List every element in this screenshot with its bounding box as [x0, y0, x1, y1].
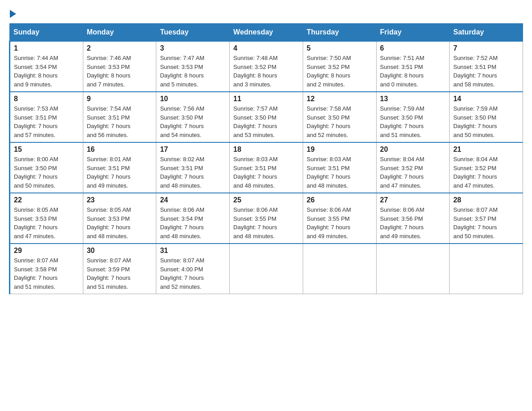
- day-info: Sunrise: 8:05 AMSunset: 3:53 PMDaylight:…: [87, 206, 131, 240]
- day-info: Sunrise: 8:06 AMSunset: 3:54 PMDaylight:…: [160, 206, 204, 240]
- calendar-cell: 5 Sunrise: 7:50 AMSunset: 3:52 PMDayligh…: [303, 41, 376, 92]
- calendar-cell: 10 Sunrise: 7:56 AMSunset: 3:50 PMDaylig…: [156, 92, 230, 142]
- day-number: 23: [87, 196, 153, 204]
- day-number: 29: [14, 247, 79, 255]
- day-info: Sunrise: 8:07 AMSunset: 3:57 PMDaylight:…: [453, 206, 498, 240]
- day-info: Sunrise: 7:58 AMSunset: 3:50 PMDaylight:…: [307, 105, 351, 138]
- day-info: Sunrise: 7:44 AMSunset: 3:54 PMDaylight:…: [14, 55, 58, 88]
- calendar-cell: 6 Sunrise: 7:51 AMSunset: 3:51 PMDayligh…: [376, 41, 450, 92]
- day-number: 2: [87, 44, 153, 52]
- calendar-cell: 11 Sunrise: 7:57 AMSunset: 3:50 PMDaylig…: [230, 92, 303, 142]
- day-number: 5: [307, 44, 373, 52]
- calendar-header-row: SundayMondayTuesdayWednesdayThursdayFrid…: [10, 24, 523, 42]
- calendar-cell: [230, 244, 303, 294]
- calendar-cell: 2 Sunrise: 7:46 AMSunset: 3:53 PMDayligh…: [83, 41, 156, 92]
- day-number: 22: [14, 196, 79, 204]
- day-number: 27: [380, 196, 446, 204]
- col-header-monday: Monday: [83, 24, 156, 42]
- calendar-cell: 3 Sunrise: 7:47 AMSunset: 3:53 PMDayligh…: [156, 41, 230, 92]
- day-info: Sunrise: 8:02 AMSunset: 3:51 PMDaylight:…: [160, 156, 204, 189]
- day-info: Sunrise: 8:04 AMSunset: 3:52 PMDaylight:…: [380, 156, 425, 189]
- day-number: 16: [87, 146, 153, 154]
- day-info: Sunrise: 7:57 AMSunset: 3:50 PMDaylight:…: [233, 105, 278, 138]
- day-number: 21: [453, 146, 519, 154]
- col-header-saturday: Saturday: [450, 24, 523, 42]
- logo-general-text: [9, 9, 16, 18]
- calendar-cell: 30 Sunrise: 8:07 AMSunset: 3:59 PMDaylig…: [83, 244, 156, 294]
- col-header-sunday: Sunday: [10, 24, 83, 42]
- day-info: Sunrise: 8:05 AMSunset: 3:53 PMDaylight:…: [14, 206, 58, 240]
- day-info: Sunrise: 8:01 AMSunset: 3:51 PMDaylight:…: [87, 156, 131, 189]
- day-info: Sunrise: 7:46 AMSunset: 3:53 PMDaylight:…: [87, 55, 131, 88]
- day-info: Sunrise: 7:50 AMSunset: 3:52 PMDaylight:…: [307, 55, 351, 88]
- calendar-cell: 8 Sunrise: 7:53 AMSunset: 3:51 PMDayligh…: [10, 92, 83, 142]
- calendar-cell: 1 Sunrise: 7:44 AMSunset: 3:54 PMDayligh…: [10, 41, 83, 92]
- calendar-cell: 13 Sunrise: 7:59 AMSunset: 3:50 PMDaylig…: [376, 92, 450, 142]
- day-number: 14: [453, 95, 519, 103]
- logo-arrow-icon: [10, 10, 16, 18]
- day-info: Sunrise: 7:47 AMSunset: 3:53 PMDaylight:…: [160, 55, 204, 88]
- day-info: Sunrise: 7:59 AMSunset: 3:50 PMDaylight:…: [380, 105, 425, 138]
- calendar-cell: 20 Sunrise: 8:04 AMSunset: 3:52 PMDaylig…: [376, 142, 450, 193]
- day-number: 7: [453, 44, 519, 52]
- day-info: Sunrise: 8:00 AMSunset: 3:50 PMDaylight:…: [14, 156, 58, 189]
- day-info: Sunrise: 8:03 AMSunset: 3:51 PMDaylight:…: [307, 156, 351, 189]
- calendar-cell: 28 Sunrise: 8:07 AMSunset: 3:57 PMDaylig…: [450, 193, 523, 244]
- day-number: 18: [233, 146, 299, 154]
- calendar-cell: 29 Sunrise: 8:07 AMSunset: 3:58 PMDaylig…: [10, 244, 83, 294]
- day-info: Sunrise: 7:53 AMSunset: 3:51 PMDaylight:…: [14, 105, 58, 138]
- day-info: Sunrise: 8:07 AMSunset: 3:58 PMDaylight:…: [14, 257, 58, 290]
- calendar-cell: [376, 244, 450, 294]
- week-row-5: 29 Sunrise: 8:07 AMSunset: 3:58 PMDaylig…: [10, 244, 523, 294]
- day-info: Sunrise: 7:52 AMSunset: 3:51 PMDaylight:…: [453, 55, 498, 88]
- col-header-thursday: Thursday: [303, 24, 376, 42]
- calendar-cell: 23 Sunrise: 8:05 AMSunset: 3:53 PMDaylig…: [83, 193, 156, 244]
- day-number: 19: [307, 146, 373, 154]
- day-number: 11: [233, 95, 299, 103]
- day-number: 31: [160, 247, 226, 255]
- calendar-cell: 26 Sunrise: 8:06 AMSunset: 3:55 PMDaylig…: [303, 193, 376, 244]
- day-number: 6: [380, 44, 446, 52]
- day-number: 4: [233, 44, 299, 52]
- day-info: Sunrise: 7:59 AMSunset: 3:50 PMDaylight:…: [453, 105, 498, 138]
- col-header-tuesday: Tuesday: [156, 24, 230, 42]
- day-info: Sunrise: 7:48 AMSunset: 3:52 PMDaylight:…: [233, 55, 278, 88]
- day-info: Sunrise: 8:04 AMSunset: 3:52 PMDaylight:…: [453, 156, 498, 189]
- day-number: 20: [380, 146, 446, 154]
- day-number: 24: [160, 196, 226, 204]
- week-row-4: 22 Sunrise: 8:05 AMSunset: 3:53 PMDaylig…: [10, 193, 523, 244]
- calendar-cell: 25 Sunrise: 8:06 AMSunset: 3:55 PMDaylig…: [230, 193, 303, 244]
- day-info: Sunrise: 7:54 AMSunset: 3:51 PMDaylight:…: [87, 105, 131, 138]
- calendar-cell: 24 Sunrise: 8:06 AMSunset: 3:54 PMDaylig…: [156, 193, 230, 244]
- calendar-cell: 22 Sunrise: 8:05 AMSunset: 3:53 PMDaylig…: [10, 193, 83, 244]
- calendar-cell: 17 Sunrise: 8:02 AMSunset: 3:51 PMDaylig…: [156, 142, 230, 193]
- calendar-cell: 19 Sunrise: 8:03 AMSunset: 3:51 PMDaylig…: [303, 142, 376, 193]
- day-number: 17: [160, 146, 226, 154]
- calendar-cell: 9 Sunrise: 7:54 AMSunset: 3:51 PMDayligh…: [83, 92, 156, 142]
- day-number: 13: [380, 95, 446, 103]
- day-number: 12: [307, 95, 373, 103]
- calendar-cell: 21 Sunrise: 8:04 AMSunset: 3:52 PMDaylig…: [450, 142, 523, 193]
- week-row-2: 8 Sunrise: 7:53 AMSunset: 3:51 PMDayligh…: [10, 92, 523, 142]
- calendar-cell: 27 Sunrise: 8:06 AMSunset: 3:56 PMDaylig…: [376, 193, 450, 244]
- day-info: Sunrise: 8:06 AMSunset: 3:55 PMDaylight:…: [307, 206, 351, 240]
- header: [9, 9, 523, 16]
- calendar-cell: 31 Sunrise: 8:07 AMSunset: 4:00 PMDaylig…: [156, 244, 230, 294]
- calendar-cell: 4 Sunrise: 7:48 AMSunset: 3:52 PMDayligh…: [230, 41, 303, 92]
- day-number: 25: [233, 196, 299, 204]
- day-info: Sunrise: 7:56 AMSunset: 3:50 PMDaylight:…: [160, 105, 204, 138]
- day-number: 10: [160, 95, 226, 103]
- day-number: 9: [87, 95, 153, 103]
- logo: [9, 9, 16, 16]
- day-number: 28: [453, 196, 519, 204]
- day-info: Sunrise: 8:07 AMSunset: 4:00 PMDaylight:…: [160, 257, 204, 290]
- day-info: Sunrise: 8:06 AMSunset: 3:55 PMDaylight:…: [233, 206, 278, 240]
- day-number: 26: [307, 196, 373, 204]
- day-info: Sunrise: 8:06 AMSunset: 3:56 PMDaylight:…: [380, 206, 425, 240]
- calendar-cell: 16 Sunrise: 8:01 AMSunset: 3:51 PMDaylig…: [83, 142, 156, 193]
- week-row-3: 15 Sunrise: 8:00 AMSunset: 3:50 PMDaylig…: [10, 142, 523, 193]
- calendar-cell: 12 Sunrise: 7:58 AMSunset: 3:50 PMDaylig…: [303, 92, 376, 142]
- day-number: 8: [14, 95, 79, 103]
- day-number: 15: [14, 146, 79, 154]
- calendar-cell: 7 Sunrise: 7:52 AMSunset: 3:51 PMDayligh…: [450, 41, 523, 92]
